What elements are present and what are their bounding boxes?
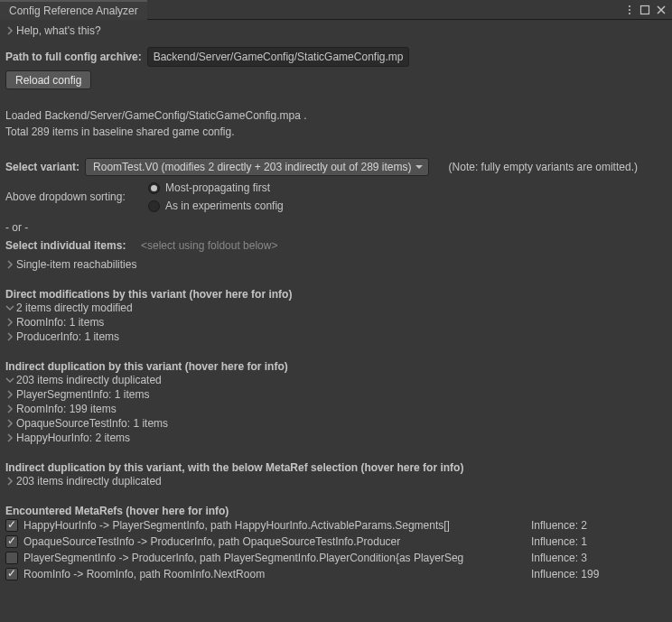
- single-reach-label: Single-item reachabilities: [16, 258, 136, 271]
- reload-button[interactable]: Reload config: [5, 70, 91, 89]
- metaref-influence: Influence: 2: [531, 519, 667, 532]
- radio-as-in-config-input[interactable]: [148, 200, 160, 212]
- indirect-summary-foldout[interactable]: 203 items indirectly duplicated: [5, 373, 667, 387]
- metaref-checkbox[interactable]: [5, 552, 18, 564]
- titlebar: Config Reference Analyzer: [0, 0, 672, 20]
- metaref-text: OpaqueSourceTestInfo -> ProducerInfo, pa…: [23, 535, 526, 548]
- chevron-right-icon: [5, 390, 14, 399]
- status-total: Total 289 items in baseline shared game …: [5, 125, 667, 138]
- indirect-summary: 203 items indirectly duplicated: [16, 374, 162, 386]
- metaref-text: PlayerSegmentInfo -> ProducerInfo, path …: [23, 552, 526, 564]
- tree-item-label: ProducerInfo: 1 items: [16, 330, 119, 343]
- chevron-right-icon: [5, 404, 14, 413]
- direct-heading: Direct modifications by this variant (ho…: [5, 288, 667, 301]
- tree-item-label: HappyHourInfo: 2 items: [16, 432, 130, 444]
- status-loaded: Loaded Backend/Server/GameConfig/StaticG…: [5, 109, 667, 122]
- tree-item-label: PlayerSegmentInfo: 1 items: [16, 388, 149, 401]
- metaref-influence: Influence: 3: [531, 552, 667, 564]
- metaref-checkbox[interactable]: [5, 519, 18, 532]
- metaref-checkbox[interactable]: [5, 568, 18, 580]
- sorting-label: Above dropdown sorting:: [5, 190, 141, 203]
- variant-dropdown[interactable]: RoomTest.V0 (modifies 2 directly + 203 i…: [85, 158, 429, 176]
- svg-point-0: [629, 5, 630, 7]
- metaref-row: PlayerSegmentInfo -> ProducerInfo, path …: [5, 550, 667, 566]
- window-tab[interactable]: Config Reference Analyzer: [0, 0, 147, 20]
- tree-item[interactable]: ProducerInfo: 1 items: [5, 330, 667, 344]
- svg-point-1: [629, 9, 630, 11]
- tree-item[interactable]: RoomInfo: 199 items: [5, 402, 667, 416]
- chevron-right-icon: [5, 332, 14, 341]
- metaref-row: OpaqueSourceTestInfo -> ProducerInfo, pa…: [5, 534, 667, 550]
- chevron-down-icon: [5, 303, 14, 312]
- individual-placeholder: <select using foldout below>: [137, 237, 281, 254]
- indirect-heading: Indirect duplication by this variant (ho…: [5, 360, 667, 373]
- metarefs-heading: Encountered MetaRefs (hover here for inf…: [5, 505, 667, 517]
- radio-most-propagating[interactable]: Most-propagating first: [148, 181, 284, 194]
- svg-point-2: [629, 13, 630, 14]
- chevron-down-icon: [5, 376, 14, 385]
- metaref-influence: Influence: 199: [531, 568, 667, 580]
- tree-item[interactable]: HappyHourInfo: 2 items: [5, 431, 667, 445]
- direct-summary: 2 items directly modified: [16, 302, 133, 314]
- metaref-row: HappyHourInfo -> PlayerSegmentInfo, path…: [5, 517, 667, 534]
- metaref-row: RoomInfo -> RoomInfo, path RoomInfo.Next…: [5, 566, 667, 582]
- chevron-right-icon: [5, 477, 14, 486]
- help-label: Help, what's this?: [16, 24, 101, 37]
- variant-note: (Note: fully empty variants are omitted.…: [449, 161, 638, 173]
- direct-summary-foldout[interactable]: 2 items directly modified: [5, 301, 667, 315]
- single-reach-foldout[interactable]: Single-item reachabilities: [5, 257, 667, 272]
- maximize-icon[interactable]: [639, 5, 650, 15]
- path-label: Path to full config archive:: [5, 51, 142, 63]
- tree-item-label: RoomInfo: 199 items: [16, 403, 117, 415]
- tree-item-label: OpaqueSourceTestInfo: 1 items: [16, 417, 168, 430]
- indirect-meta-summary-foldout[interactable]: 203 items indirectly duplicated: [5, 474, 667, 488]
- chevron-right-icon: [5, 433, 14, 442]
- chevron-right-icon: [5, 419, 14, 428]
- tree-item[interactable]: PlayerSegmentInfo: 1 items: [5, 387, 667, 402]
- close-icon[interactable]: [656, 5, 667, 15]
- indirect-meta-summary: 203 items indirectly duplicated: [16, 475, 162, 487]
- variant-selected: RoomTest.V0 (modifies 2 directly + 203 i…: [93, 161, 412, 173]
- radio-opt1-label: Most-propagating first: [165, 181, 270, 194]
- chevron-right-icon: [5, 26, 14, 35]
- chevron-right-icon: [5, 318, 14, 327]
- help-foldout[interactable]: Help, what's this?: [5, 23, 667, 38]
- metaref-text: HappyHourInfo -> PlayerSegmentInfo, path…: [23, 519, 526, 532]
- chevron-right-icon: [5, 260, 14, 269]
- window-title: Config Reference Analyzer: [9, 5, 138, 17]
- radio-opt2-label: As in experiments config: [165, 200, 284, 212]
- path-input[interactable]: [147, 47, 409, 67]
- metaref-checkbox[interactable]: [5, 535, 18, 548]
- kebab-menu-icon[interactable]: [625, 4, 634, 16]
- radio-as-in-config[interactable]: As in experiments config: [148, 200, 284, 212]
- metaref-influence: Influence: 1: [531, 535, 667, 548]
- metaref-text: RoomInfo -> RoomInfo, path RoomInfo.Next…: [23, 568, 526, 580]
- radio-most-propagating-input[interactable]: [148, 182, 160, 194]
- tree-item[interactable]: OpaqueSourceTestInfo: 1 items: [5, 416, 667, 431]
- or-separator: - or -: [5, 221, 667, 234]
- tree-item-label: RoomInfo: 1 items: [16, 316, 104, 329]
- variant-label: Select variant:: [5, 161, 79, 173]
- individual-label: Select individual items:: [5, 239, 132, 252]
- svg-rect-3: [641, 5, 649, 14]
- tree-item[interactable]: RoomInfo: 1 items: [5, 315, 667, 330]
- indirect-meta-heading: Indirect duplication by this variant, wi…: [5, 461, 667, 474]
